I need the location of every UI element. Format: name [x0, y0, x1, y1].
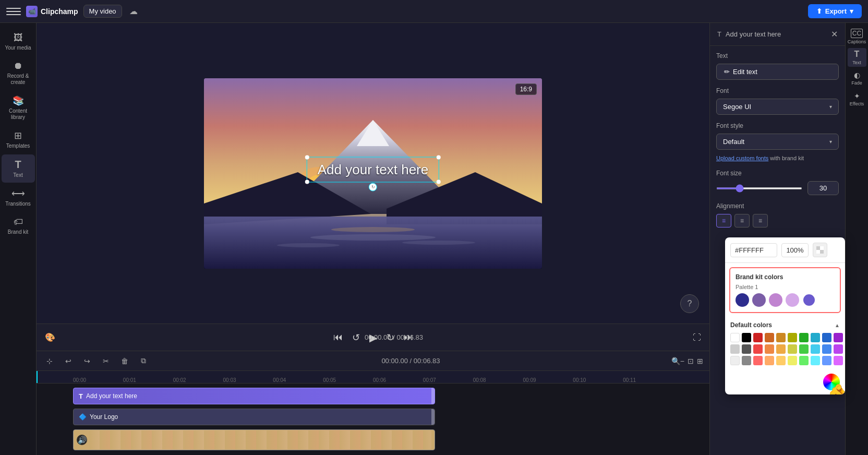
help-button[interactable]: ? [680, 294, 699, 313]
list-item[interactable] [765, 356, 774, 365]
rotate-handle[interactable]: ↻ [369, 183, 377, 191]
close-panel-button[interactable]: ✕ [831, 29, 838, 39]
color-hex-input[interactable] [730, 243, 777, 257]
media-track-clip[interactable]: 🔊 [73, 429, 435, 450]
right-sidebar: CC Captions T Text ◐ Fade ✦ Effects [845, 23, 868, 455]
sidebar-item-record-create[interactable]: ⏺ Record & create [2, 56, 35, 90]
undo-button[interactable]: ↩ [62, 354, 75, 368]
cut-button[interactable]: ✂ [99, 354, 113, 368]
list-item[interactable] [822, 333, 831, 342]
list-item[interactable] [799, 344, 809, 354]
sidebar-item-your-media[interactable]: 🖼 Your media [2, 28, 35, 55]
effects-icon: ✦ [854, 92, 860, 100]
list-item[interactable] [753, 356, 763, 365]
list-item[interactable] [730, 356, 740, 365]
list-item[interactable] [799, 356, 809, 365]
sidebar-item-text-tool[interactable]: T Text [848, 48, 866, 67]
palette-color-2[interactable] [752, 293, 766, 307]
logo-track-clip[interactable]: 🔷 Your Logo [73, 409, 435, 425]
export-chevron-icon: ▾ [850, 7, 853, 15]
upload-fonts-link[interactable]: Upload custom fonts [716, 155, 770, 161]
list-item[interactable] [776, 344, 786, 354]
list-item[interactable] [742, 333, 751, 342]
font-section: Font Segoe UI ▾ [716, 87, 839, 115]
audio-icon: 🔊 [77, 435, 87, 445]
resize-handle-tl[interactable] [305, 155, 309, 159]
sidebar-item-text[interactable]: T Text [2, 154, 35, 183]
list-item[interactable] [788, 344, 797, 354]
sidebar-item-transitions[interactable]: ⟷ Transitions [2, 184, 35, 211]
edit-text-button[interactable]: ✏ Edit text [716, 64, 839, 80]
list-item[interactable] [822, 356, 831, 365]
list-item[interactable] [753, 333, 763, 342]
eyedropper-button[interactable] [813, 243, 827, 257]
sidebar-item-label: Content library [5, 108, 32, 121]
split-button[interactable]: ⧉ [137, 354, 150, 368]
font-selector[interactable]: Segoe UI ▾ [716, 99, 839, 115]
align-left-button[interactable]: ≡ [716, 214, 731, 228]
sidebar-item-captions[interactable]: CC Captions [848, 27, 866, 46]
palette-color-5[interactable] [802, 293, 816, 307]
hamburger-menu[interactable] [6, 4, 21, 19]
list-item[interactable] [799, 333, 809, 342]
list-item[interactable] [753, 344, 763, 354]
track-handle-right[interactable] [431, 409, 435, 425]
select-tool[interactable]: ⊹ [43, 354, 56, 368]
align-right-button[interactable]: ≡ [753, 214, 768, 228]
list-item[interactable] [742, 344, 751, 354]
sidebar-item-label: Brand kit [8, 229, 28, 235]
palette-color-1[interactable] [736, 293, 749, 307]
sidebar-item-fade[interactable]: ◐ Fade [848, 69, 866, 88]
text-overlay[interactable]: Add your text here ↻ [307, 157, 439, 182]
project-name[interactable]: My video [83, 5, 122, 18]
font-size-slider[interactable] [716, 187, 802, 189]
rsb-label: Text [852, 60, 861, 65]
redo-button[interactable]: ↪ [80, 354, 94, 368]
font-size-input[interactable]: 30 [807, 181, 839, 195]
list-item[interactable] [742, 356, 751, 365]
delete-button[interactable]: 🗑 [118, 354, 131, 368]
upload-fonts-suffix: with brand kit [770, 155, 804, 161]
sidebar-item-effects[interactable]: ✦ Effects [848, 90, 866, 109]
track-handle-right[interactable] [431, 388, 435, 404]
palette-color-4[interactable] [786, 293, 799, 307]
text-track-clip[interactable]: T Add your text here [73, 388, 435, 404]
logo-track-icon: 🔷 [79, 413, 87, 421]
list-item[interactable] [822, 344, 831, 354]
zoom-out-button[interactable]: 🔍− [671, 357, 684, 365]
list-item[interactable] [776, 356, 786, 365]
list-item[interactable] [811, 344, 820, 354]
list-item[interactable] [788, 333, 797, 342]
zoom-in-button[interactable]: ⊞ [697, 357, 703, 365]
list-item[interactable] [730, 344, 740, 354]
list-item[interactable] [834, 333, 843, 342]
sticker-button[interactable]: 🎨 [45, 332, 55, 342]
list-item[interactable] [834, 356, 843, 365]
rewind-button[interactable]: ⏮ [333, 332, 343, 343]
color-wheel-button[interactable] [823, 374, 840, 390]
list-item[interactable] [811, 333, 820, 342]
rsb-label: Effects [850, 101, 864, 106]
resize-handle-bl[interactable] [305, 179, 309, 184]
list-item[interactable] [834, 344, 843, 354]
font-style-selector[interactable]: Default ▾ [716, 134, 839, 150]
sidebar-item-brand-kit[interactable]: 🏷 Brand kit [2, 212, 35, 240]
list-item[interactable] [765, 344, 774, 354]
skip-back-button[interactable]: ↺ [352, 332, 360, 343]
center-panel: Add your text here ↻ 16:9 ? 🎨 ⏮ ↺ ▶ ↻ ⏭ … [37, 23, 709, 455]
export-button[interactable]: ⬆ Export ▾ [808, 4, 862, 18]
align-center-button[interactable]: ≡ [734, 214, 750, 228]
palette-color-3[interactable] [769, 293, 782, 307]
list-item[interactable] [788, 356, 797, 365]
sidebar-item-content-library[interactable]: 📚 Content library [2, 91, 35, 125]
list-item[interactable] [730, 333, 740, 342]
list-item[interactable] [765, 333, 774, 342]
playhead[interactable] [37, 371, 38, 383]
zoom-fit-button[interactable]: ⊡ [688, 357, 694, 365]
fullscreen-button[interactable]: ⛶ [693, 333, 701, 342]
color-opacity-input[interactable] [781, 243, 809, 257]
list-item[interactable] [811, 356, 820, 365]
list-item[interactable] [776, 333, 786, 342]
timeline-time: 00:00.00 / 00:06.83 [381, 357, 440, 365]
sidebar-item-templates[interactable]: ⊞ Templates [2, 126, 35, 153]
